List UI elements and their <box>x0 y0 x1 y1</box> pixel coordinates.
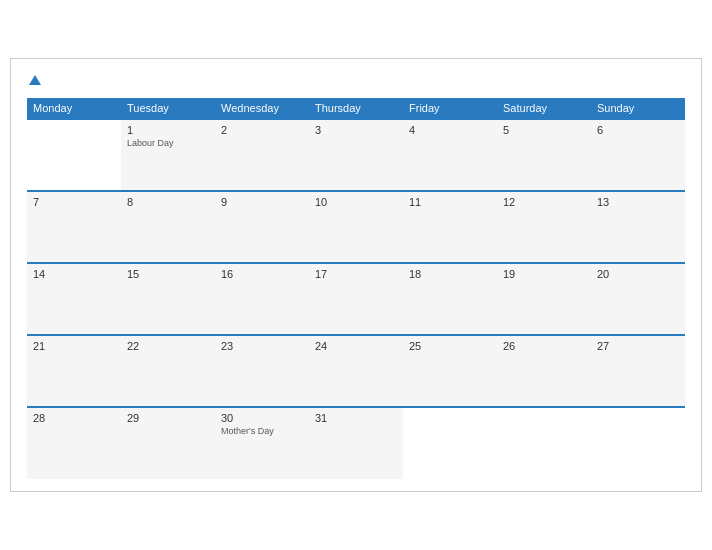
calendar-cell: 16 <box>215 263 309 335</box>
calendar-cell: 18 <box>403 263 497 335</box>
day-number: 24 <box>315 340 397 352</box>
calendar-cell: 5 <box>497 119 591 191</box>
day-number: 13 <box>597 196 679 208</box>
calendar-cell: 22 <box>121 335 215 407</box>
week-row-2: 78910111213 <box>27 191 685 263</box>
calendar-header <box>27 75 685 86</box>
calendar-container: MondayTuesdayWednesdayThursdayFridaySatu… <box>10 58 702 492</box>
calendar-cell: 4 <box>403 119 497 191</box>
day-number: 14 <box>33 268 115 280</box>
day-number: 15 <box>127 268 209 280</box>
calendar-cell: 6 <box>591 119 685 191</box>
day-number: 20 <box>597 268 679 280</box>
holiday-name: Mother's Day <box>221 426 303 436</box>
day-number: 4 <box>409 124 491 136</box>
calendar-cell: 25 <box>403 335 497 407</box>
day-number: 3 <box>315 124 397 136</box>
day-number: 2 <box>221 124 303 136</box>
calendar-cell: 3 <box>309 119 403 191</box>
day-number: 21 <box>33 340 115 352</box>
day-number: 17 <box>315 268 397 280</box>
calendar-table: MondayTuesdayWednesdayThursdayFridaySatu… <box>27 98 685 479</box>
day-number: 7 <box>33 196 115 208</box>
calendar-cell: 1Labour Day <box>121 119 215 191</box>
weekday-header-sunday: Sunday <box>591 98 685 119</box>
week-row-1: 1Labour Day23456 <box>27 119 685 191</box>
day-number: 29 <box>127 412 209 424</box>
calendar-cell: 30Mother's Day <box>215 407 309 479</box>
calendar-cell: 28 <box>27 407 121 479</box>
calendar-cell: 9 <box>215 191 309 263</box>
holiday-name: Labour Day <box>127 138 209 148</box>
day-number: 26 <box>503 340 585 352</box>
calendar-cell: 8 <box>121 191 215 263</box>
calendar-cell <box>27 119 121 191</box>
day-number: 31 <box>315 412 397 424</box>
day-number: 22 <box>127 340 209 352</box>
calendar-cell: 19 <box>497 263 591 335</box>
calendar-cell: 13 <box>591 191 685 263</box>
day-number: 16 <box>221 268 303 280</box>
logo-triangle-icon <box>29 75 41 85</box>
calendar-cell: 27 <box>591 335 685 407</box>
day-number: 19 <box>503 268 585 280</box>
day-number: 8 <box>127 196 209 208</box>
weekday-header-wednesday: Wednesday <box>215 98 309 119</box>
calendar-cell: 29 <box>121 407 215 479</box>
weekday-header-tuesday: Tuesday <box>121 98 215 119</box>
day-number: 10 <box>315 196 397 208</box>
calendar-cell: 23 <box>215 335 309 407</box>
day-number: 30 <box>221 412 303 424</box>
calendar-cell: 11 <box>403 191 497 263</box>
calendar-cell: 7 <box>27 191 121 263</box>
logo <box>27 75 41 86</box>
calendar-cell <box>591 407 685 479</box>
calendar-cell <box>497 407 591 479</box>
calendar-cell: 15 <box>121 263 215 335</box>
week-row-5: 282930Mother's Day31 <box>27 407 685 479</box>
day-number: 5 <box>503 124 585 136</box>
day-number: 6 <box>597 124 679 136</box>
day-number: 28 <box>33 412 115 424</box>
week-row-3: 14151617181920 <box>27 263 685 335</box>
weekday-header-monday: Monday <box>27 98 121 119</box>
week-row-4: 21222324252627 <box>27 335 685 407</box>
weekday-header-row: MondayTuesdayWednesdayThursdayFridaySatu… <box>27 98 685 119</box>
weekday-header-friday: Friday <box>403 98 497 119</box>
calendar-cell: 12 <box>497 191 591 263</box>
day-number: 23 <box>221 340 303 352</box>
calendar-cell <box>403 407 497 479</box>
weekday-header-thursday: Thursday <box>309 98 403 119</box>
day-number: 11 <box>409 196 491 208</box>
day-number: 12 <box>503 196 585 208</box>
calendar-cell: 31 <box>309 407 403 479</box>
calendar-cell: 21 <box>27 335 121 407</box>
calendar-cell: 20 <box>591 263 685 335</box>
weekday-header-saturday: Saturday <box>497 98 591 119</box>
day-number: 9 <box>221 196 303 208</box>
day-number: 1 <box>127 124 209 136</box>
calendar-cell: 26 <box>497 335 591 407</box>
calendar-cell: 10 <box>309 191 403 263</box>
calendar-cell: 2 <box>215 119 309 191</box>
calendar-cell: 17 <box>309 263 403 335</box>
logo-general-text <box>27 75 41 86</box>
day-number: 25 <box>409 340 491 352</box>
day-number: 27 <box>597 340 679 352</box>
day-number: 18 <box>409 268 491 280</box>
calendar-cell: 24 <box>309 335 403 407</box>
calendar-cell: 14 <box>27 263 121 335</box>
